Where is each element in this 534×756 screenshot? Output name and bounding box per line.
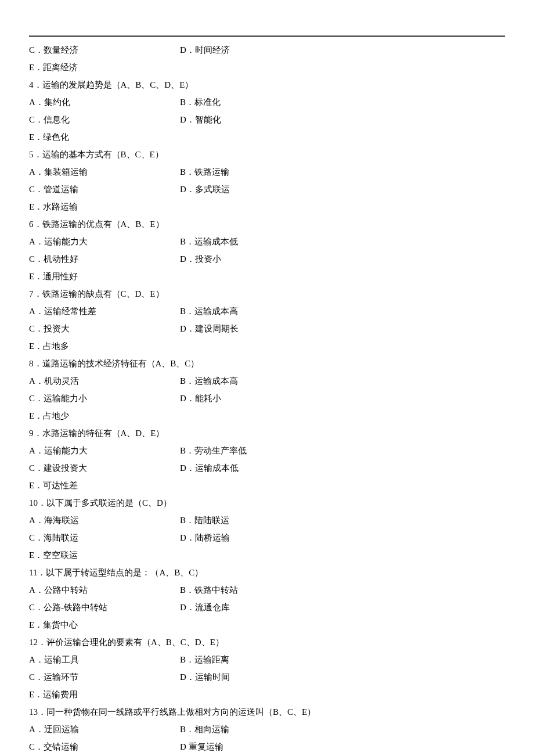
question-title: 12．评价运输合理化的要素有（A、B、C、D、E） (29, 633, 505, 651)
option-d: D．智能化 (180, 111, 505, 128)
question-title: 9．水路运输的特征有（A、D、E） (29, 424, 505, 442)
option-b: B．标准化 (180, 93, 505, 111)
option-d: D 重复运输 (180, 738, 505, 755)
options-row-cd: C．公路-铁路中转站D．流通仓库 (29, 599, 505, 616)
options-row-cd: C．运输环节D．运输时间 (29, 668, 505, 686)
question-item: 7．铁路运输的缺点有（C、D、E）A．运输经常性差B．运输成本高C．投资大D．建… (29, 285, 505, 355)
option-e: E．占地少 (29, 407, 505, 424)
option-a: A．集约化 (29, 93, 180, 111)
option-a: A．运输能力大 (29, 233, 180, 250)
option-c: C．公路-铁路中转站 (29, 599, 180, 616)
options-row-ab: A．运输能力大B．运输成本低 (29, 233, 505, 250)
option-d: D．运输成本低 (180, 459, 505, 477)
options-row-cd: C．建设投资大D．运输成本低 (29, 459, 505, 477)
top-partial-question: C．数量经济 D．时间经济 E．距离经济 (29, 41, 505, 76)
option-c: C．交错运输 (29, 738, 180, 755)
question-item: 13．同一种货物在同一线路或平行线路上做相对方向的运送叫（B、C、E）A．迂回运… (29, 703, 505, 756)
option-c: C．投资大 (29, 320, 180, 337)
option-d: D．陆桥运输 (180, 529, 505, 546)
question-title: 5．运输的基本方式有（B、C、E） (29, 146, 505, 163)
option-c: C．海陆联运 (29, 529, 180, 546)
option-e: E．可达性差 (29, 477, 505, 494)
option-a: A．运输工具 (29, 651, 180, 668)
option-c: C．管道运输 (29, 181, 180, 198)
options-row-cd: C．交错运输D 重复运输 (29, 738, 505, 755)
question-item: 4．运输的发展趋势是（A、B、C、D、E）A．集约化B．标准化C．信息化D．智能… (29, 76, 505, 146)
option-c: C．信息化 (29, 111, 180, 128)
option-a: A．集装箱运输 (29, 163, 180, 181)
option-d: D．运输时间 (180, 668, 505, 686)
question-title: 8．道路运输的技术经济特征有（A、B、C） (29, 355, 505, 372)
question-item: 11．以下属于转运型结点的是：（A、B、C）A．公路中转站B．铁路中转站C．公路… (29, 564, 505, 633)
option-a: A．运输能力大 (29, 442, 180, 459)
option-a: A．公路中转站 (29, 581, 180, 599)
option-e: E．占地多 (29, 337, 505, 355)
options-row-ab: A．运输能力大B．劳动生产率低 (29, 442, 505, 459)
option-b: B．劳动生产率低 (180, 442, 505, 459)
option-b: B．铁路中转站 (180, 581, 505, 599)
option-a: A．海海联运 (29, 512, 180, 529)
option-c: C．建设投资大 (29, 459, 180, 477)
option-c: C．机动性好 (29, 250, 180, 268)
option-a: A．迂回运输 (29, 721, 180, 738)
option-e: E．运输费用 (29, 686, 505, 703)
header-rule (29, 35, 505, 37)
option-e: E．绿色化 (29, 128, 505, 146)
option-d: D．流通仓库 (180, 599, 505, 616)
options-row-cd: C．海陆联运D．陆桥运输 (29, 529, 505, 546)
options-row-ab: A．运输经常性差B．运输成本高 (29, 303, 505, 320)
options-row-ab: A．迂回运输B．相向运输 (29, 721, 505, 738)
option-e: E．通用性好 (29, 268, 505, 285)
option-d: D．能耗小 (180, 390, 505, 407)
options-row-cd: C．数量经济 D．时间经济 (29, 41, 505, 59)
options-row-ab: A．集装箱运输B．铁路运输 (29, 163, 505, 181)
question-item: 9．水路运输的特征有（A、D、E）A．运输能力大B．劳动生产率低C．建设投资大D… (29, 424, 505, 494)
options-row-cd: C．运输能力小D．能耗小 (29, 390, 505, 407)
question-title: 13．同一种货物在同一线路或平行线路上做相对方向的运送叫（B、C、E） (29, 703, 505, 721)
options-row-cd: C．机动性好D．投资小 (29, 250, 505, 268)
option-e: E．集货中心 (29, 616, 505, 633)
question-title: 7．铁路运输的缺点有（C、D、E） (29, 285, 505, 303)
option-b: B．运输成本低 (180, 233, 505, 250)
options-row-ab: A．公路中转站B．铁路中转站 (29, 581, 505, 599)
option-b: B．铁路运输 (180, 163, 505, 181)
options-row-ab: A．运输工具B．运输距离 (29, 651, 505, 668)
questions-list: 4．运输的发展趋势是（A、B、C、D、E）A．集约化B．标准化C．信息化D．智能… (29, 76, 505, 756)
question-item: 8．道路运输的技术经济特征有（A、B、C）A．机动灵活B．运输成本高C．运输能力… (29, 355, 505, 424)
option-c: C．数量经济 (29, 41, 180, 59)
question-title: 6．铁路运输的优点有（A、B、E） (29, 215, 505, 233)
option-e: E．空空联运 (29, 546, 505, 564)
option-c: C．运输环节 (29, 668, 180, 686)
option-a: A．运输经常性差 (29, 303, 180, 320)
options-row-cd: C．投资大D．建设周期长 (29, 320, 505, 337)
option-e: E．水路运输 (29, 198, 505, 215)
options-row-ab: A．海海联运B．陆陆联运 (29, 512, 505, 529)
option-a: A．机动灵活 (29, 372, 180, 390)
option-d: D．投资小 (180, 250, 505, 268)
option-d: D．建设周期长 (180, 320, 505, 337)
question-item: 6．铁路运输的优点有（A、B、E）A．运输能力大B．运输成本低C．机动性好D．投… (29, 215, 505, 285)
question-title: 11．以下属于转运型结点的是：（A、B、C） (29, 564, 505, 581)
option-d: D．多式联运 (180, 181, 505, 198)
question-item: 10．以下属于多式联运的是（C、D）A．海海联运B．陆陆联运C．海陆联运D．陆桥… (29, 494, 505, 564)
option-d: D．时间经济 (180, 41, 505, 59)
option-c: C．运输能力小 (29, 390, 180, 407)
question-title: 4．运输的发展趋势是（A、B、C、D、E） (29, 76, 505, 93)
options-row-cd: C．信息化D．智能化 (29, 111, 505, 128)
option-b: B．陆陆联运 (180, 512, 505, 529)
question-item: 5．运输的基本方式有（B、C、E）A．集装箱运输B．铁路运输C．管道运输D．多式… (29, 146, 505, 215)
option-e: E．距离经济 (29, 59, 505, 76)
question-item: 12．评价运输合理化的要素有（A、B、C、D、E）A．运输工具B．运输距离C．运… (29, 633, 505, 703)
options-row-cd: C．管道运输D．多式联运 (29, 181, 505, 198)
option-b: B．运输成本高 (180, 303, 505, 320)
options-row-ab: A．集约化B．标准化 (29, 93, 505, 111)
option-b: B．运输成本高 (180, 372, 505, 390)
document-content: C．数量经济 D．时间经济 E．距离经济 4．运输的发展趋势是（A、B、C、D、… (29, 41, 505, 756)
options-row-ab: A．机动灵活B．运输成本高 (29, 372, 505, 390)
option-b: B．运输距离 (180, 651, 505, 668)
option-b: B．相向运输 (180, 721, 505, 738)
question-title: 10．以下属于多式联运的是（C、D） (29, 494, 505, 512)
